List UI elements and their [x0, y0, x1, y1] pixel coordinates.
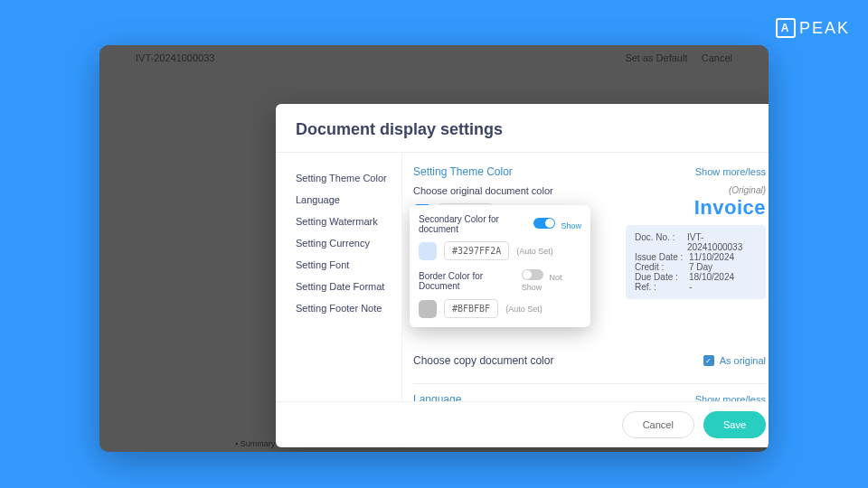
settings-sidebar: Setting Theme Color Language Setting Wat… [276, 153, 402, 401]
original-tag: (Original) [729, 185, 766, 196]
modal-title: Document display settings [276, 104, 769, 153]
choose-original-label: Choose original document color [413, 185, 553, 196]
section-divider [413, 383, 766, 384]
language-section-title: Language [413, 393, 461, 401]
sidebar-item-currency[interactable]: Setting Currency [296, 232, 401, 254]
brand-icon: A [776, 18, 796, 38]
sidebar-item-date[interactable]: Setting Date Format [296, 276, 401, 297]
sidebar-item-font[interactable]: Setting Font [296, 254, 401, 276]
modal-footer: Cancel Save [276, 401, 769, 447]
sidebar-item-language[interactable]: Language [296, 189, 401, 211]
border-toggle[interactable] [522, 269, 543, 280]
border-color-label: Border Color for Document [419, 271, 522, 291]
theme-section-title: Setting Theme Color [413, 165, 513, 178]
invoice-title: Invoice [626, 196, 766, 220]
preview-row: Credit :7 Day [635, 262, 757, 272]
theme-show-more[interactable]: Show more/less [695, 166, 766, 177]
brand-logo: A PEAK [776, 18, 850, 38]
preview-row: Doc. No. :IVT-20241000033 [635, 232, 757, 252]
border-autoset: (Auto Set) [505, 305, 542, 314]
sidebar-item-watermark[interactable]: Setting Watermark [296, 211, 401, 232]
settings-main: Setting Theme Color Show more/less Choos… [402, 153, 769, 401]
language-show-more[interactable]: Show more/less [695, 394, 766, 401]
secondary-color-swatch[interactable] [419, 242, 437, 260]
border-color-hex: #BFBFBF [444, 299, 498, 318]
border-color-swatch[interactable] [419, 300, 437, 318]
preview-box: Doc. No. :IVT-20241000033 Issue Date :11… [626, 225, 766, 299]
secondary-color-label: Secondary Color for document [419, 214, 505, 234]
secondary-color-hex: #3297FF2A [444, 241, 509, 260]
preview-row: Ref. :- [635, 282, 757, 292]
color-popover: Secondary Color for document Show #3297F… [410, 205, 590, 327]
document-preview: Invoice Doc. No. :IVT-20241000033 Issue … [626, 196, 766, 299]
settings-modal: Document display settings Setting Theme … [276, 104, 769, 447]
save-button[interactable]: Save [703, 411, 766, 438]
app-window: IVT-20241000033 Set as Default Cancel ▪ … [99, 45, 769, 452]
sidebar-item-theme[interactable]: Setting Theme Color [296, 167, 401, 189]
sidebar-item-footer[interactable]: Setting Footer Note [296, 297, 401, 319]
as-original-checkbox[interactable]: ✓ As original [703, 355, 766, 366]
as-original-label: As original [720, 355, 766, 366]
check-icon: ✓ [703, 355, 714, 366]
secondary-autoset: (Auto Set) [516, 247, 553, 256]
preview-row: Issue Date :11/10/2024 [635, 252, 757, 262]
choose-copy-label: Choose copy document color [413, 354, 553, 367]
brand-text: PEAK [799, 19, 850, 38]
cancel-button[interactable]: Cancel [622, 411, 694, 438]
close-icon[interactable]: ✕ [610, 108, 624, 128]
secondary-toggle-label: Show [561, 221, 581, 230]
secondary-toggle[interactable] [533, 218, 555, 229]
preview-row: Due Date :18/10/2024 [635, 272, 757, 282]
